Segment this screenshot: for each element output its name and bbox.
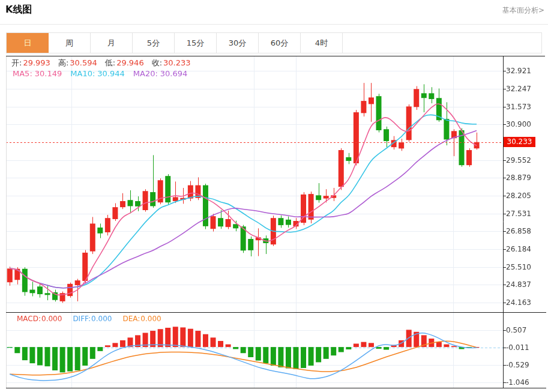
current-price-badge: 30.233 [504,137,535,147]
ohlc-readout: 开:29.993 高:30.594 低:29.946 收:30.233 [11,58,191,68]
tab-30min[interactable]: 30分 [217,33,259,53]
ma10-label: MA10: [70,69,95,78]
price-axis-label: 30.900 [506,119,531,129]
close-label: 收: [152,58,162,67]
header-divider [0,24,548,25]
open-value: 29.993 [23,58,50,67]
low-value: 29.946 [116,58,144,67]
price-axis-label: 28.879 [506,173,531,182]
macd-readout: MACD:0.000 DIFF:0.000 DEA:0.000 [17,315,161,323]
ma10-value: 30.944 [97,69,125,78]
high-value: 30.594 [70,58,97,67]
diff-value: 0.000 [91,315,112,323]
macd-axis-label: 0.507 [506,325,526,335]
price-axis-label: 31.573 [506,102,531,112]
price-axis-label: 24.163 [506,298,531,307]
tab-15min[interactable]: 15分 [175,33,217,53]
tab-4hour[interactable]: 4时 [301,33,343,53]
tab-bar-filler [343,33,541,53]
price-axis-label: 28.205 [506,191,531,201]
low-label: 低: [105,58,115,67]
price-axis-label: 26.858 [506,226,531,236]
interval-tab-bar: 日周月5分15分30分60分4时 [6,32,542,53]
open-label: 开: [11,58,22,67]
price-axis-label: 32.921 [506,66,531,76]
ma20-value: 30.694 [160,69,188,78]
macd-axis-label: -0.011 [506,343,529,352]
ohlc-low: 低:29.946 [105,58,144,68]
high-label: 高: [58,58,68,67]
price-axis-label: 26.184 [506,244,531,254]
dea-label: DEA: [122,315,140,323]
macd-label: MACD: [17,315,41,323]
close-value: 30.233 [163,58,191,67]
tab-5min[interactable]: 5分 [133,33,175,53]
page-title: K线图 [5,4,32,16]
macd-axis-label: -0.529 [506,360,529,370]
tab-day[interactable]: 日 [7,33,49,53]
macd-axis-label: -1.046 [506,378,529,387]
price-axis-label: 27.531 [506,209,531,219]
ohlc-close: 收:30.233 [152,58,191,68]
dea-value: 0.000 [140,315,161,323]
ma-readout: MA5:30.149 MA10:30.944 MA20:30.694 [13,69,187,78]
tab-month[interactable]: 月 [91,33,133,53]
ohlc-open: 开:29.993 [11,58,50,68]
price-axis-label: 29.552 [506,155,531,165]
price-axis-label: 32.247 [506,84,531,94]
diff-value-readout: DIFF:0.000 [73,315,112,323]
macd-value-readout: MACD:0.000 [17,315,62,323]
ma20-readout: MA20:30.694 [133,69,188,78]
tab-week[interactable]: 周 [49,33,91,53]
diff-label: DIFF: [73,315,91,323]
ma5-label: MA5: [13,69,32,78]
tab-60min[interactable]: 60分 [259,33,301,53]
kline-page: K线图 基本面分析> 日周月5分15分30分60分4时 开:29.993 高:3… [0,0,548,392]
ma5-readout: MA5:30.149 [13,69,62,78]
dea-value-readout: DEA:0.000 [122,315,161,323]
macd-value: 0.000 [41,315,62,323]
ohlc-high: 高:30.594 [58,58,97,68]
ma20-label: MA20: [133,69,158,78]
price-axis-label: 24.837 [506,280,531,289]
ma5-value: 30.149 [35,69,62,78]
ma10-readout: MA10:30.944 [70,69,125,78]
fundamental-analysis-link[interactable]: 基本面分析> [502,5,544,16]
price-axis-label: 25.510 [506,262,531,272]
